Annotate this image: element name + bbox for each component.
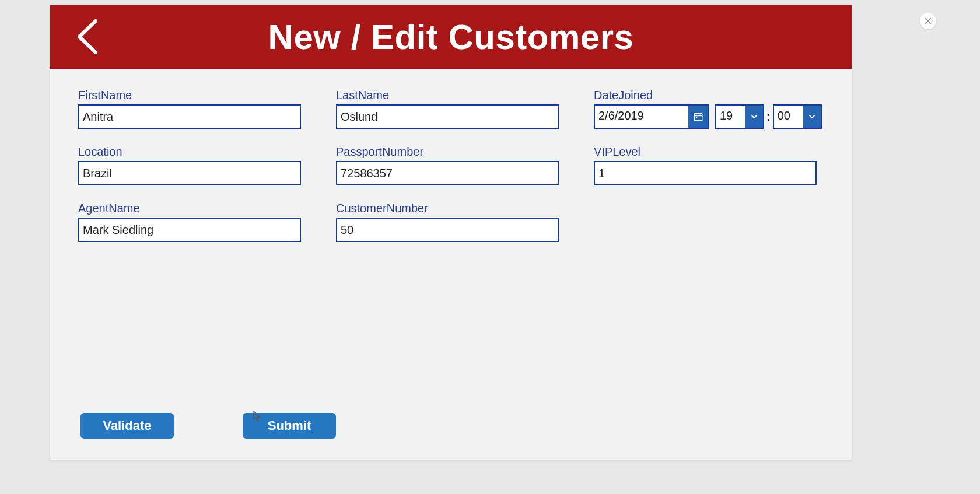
lastname-label: LastName — [336, 89, 559, 102]
firstname-input[interactable] — [78, 104, 301, 129]
chevron-down-icon[interactable] — [803, 106, 821, 128]
datejoined-hour-select[interactable]: 19 — [715, 104, 764, 129]
viplevel-input[interactable] — [594, 161, 817, 185]
field-location: Location — [78, 145, 301, 185]
field-viplevel: VIPLevel — [594, 145, 817, 185]
location-label: Location — [78, 145, 301, 159]
field-lastname: LastName — [336, 89, 559, 129]
field-datejoined: DateJoined 2/6/2019 — [594, 89, 817, 129]
field-agentname: AgentName — [78, 202, 301, 242]
modal-title: New / Edit Customers — [268, 17, 634, 57]
svg-rect-4 — [696, 117, 697, 118]
datejoined-hour-value: 19 — [716, 106, 746, 128]
customernumber-input[interactable] — [336, 218, 559, 242]
submit-button[interactable]: Submit — [243, 413, 336, 439]
passportnumber-label: PassportNumber — [336, 145, 559, 159]
datejoined-date-picker[interactable]: 2/6/2019 — [594, 104, 709, 129]
location-input[interactable] — [78, 161, 301, 185]
modal-header: New / Edit Customers — [50, 5, 852, 69]
field-firstname: FirstName — [78, 89, 301, 129]
svg-rect-0 — [694, 114, 702, 121]
chevron-down-icon[interactable] — [746, 106, 763, 128]
agentname-input[interactable] — [78, 218, 301, 242]
agentname-label: AgentName — [78, 202, 301, 215]
datejoined-date-value: 2/6/2019 — [595, 106, 688, 128]
field-passportnumber: PassportNumber — [336, 145, 559, 185]
close-button[interactable] — [920, 13, 936, 29]
passportnumber-input[interactable] — [336, 161, 559, 185]
datejoined-minute-select[interactable]: 00 — [773, 104, 822, 129]
datejoined-label: DateJoined — [594, 89, 817, 102]
lastname-input[interactable] — [336, 104, 559, 129]
datejoined-minute-value: 00 — [774, 106, 803, 128]
firstname-label: FirstName — [78, 89, 301, 102]
field-customernumber: CustomerNumber — [336, 202, 559, 242]
viplevel-label: VIPLevel — [594, 145, 817, 159]
calendar-icon[interactable] — [688, 106, 708, 128]
time-separator: : — [766, 110, 771, 124]
back-button[interactable] — [72, 16, 102, 57]
form-area: FirstName LastName DateJoined 2/6/2019 — [50, 69, 852, 460]
validate-button[interactable]: Validate — [80, 413, 174, 439]
customernumber-label: CustomerNumber — [336, 202, 559, 215]
edit-customer-modal: New / Edit Customers FirstName LastName … — [50, 5, 852, 460]
close-icon — [925, 17, 932, 24]
